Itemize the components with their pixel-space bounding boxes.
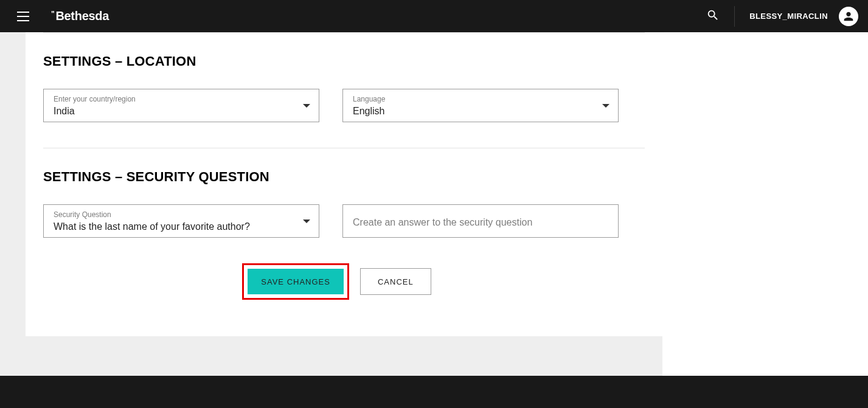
menu-icon[interactable] <box>17 9 32 24</box>
spacer <box>26 336 662 376</box>
avatar[interactable] <box>839 7 858 26</box>
security-answer-placeholder: Create an answer to the security questio… <box>353 216 608 229</box>
content-column: SETTINGS – LOCATION Enter your country/r… <box>0 32 662 376</box>
country-select[interactable]: Enter your country/region India <box>43 89 319 122</box>
page-body: SETTINGS – LOCATION Enter your country/r… <box>0 32 868 376</box>
security-question-select[interactable]: Security Question What is the last name … <box>43 204 319 238</box>
chevron-down-icon <box>303 104 310 108</box>
security-question-value: What is the last name of your favorite a… <box>54 220 309 233</box>
chevron-down-icon <box>303 220 310 223</box>
country-value: India <box>54 105 309 118</box>
top-header: " Bethesda BLESSY_MIRACLIN <box>0 0 868 32</box>
search-icon[interactable] <box>706 9 720 24</box>
save-highlight: SAVE CHANGES <box>242 263 349 300</box>
header-right: BLESSY_MIRACLIN <box>706 6 858 27</box>
header-divider <box>734 6 735 27</box>
logo-text: Bethesda <box>55 9 109 23</box>
security-row: Security Question What is the last name … <box>43 204 645 238</box>
location-row: Enter your country/region India Language… <box>43 89 645 122</box>
language-value: English <box>353 105 608 118</box>
cancel-button[interactable]: CANCEL <box>360 268 431 295</box>
chevron-down-icon <box>602 104 609 108</box>
language-label: Language <box>353 95 608 103</box>
person-icon <box>842 10 855 23</box>
bethesda-logo[interactable]: " Bethesda <box>51 9 109 23</box>
location-section-title: SETTINGS – LOCATION <box>43 33 645 72</box>
settings-card: SETTINGS – LOCATION Enter your country/r… <box>26 32 662 336</box>
footer <box>0 376 868 408</box>
country-label: Enter your country/region <box>54 95 309 103</box>
button-row: SAVE CHANGES CANCEL <box>36 263 637 300</box>
security-section-title: SETTINGS – SECURITY QUESTION <box>43 148 645 187</box>
security-answer-input[interactable]: Create an answer to the security questio… <box>342 204 619 238</box>
security-question-label: Security Question <box>54 210 309 219</box>
right-blank-column <box>662 32 868 376</box>
username-label[interactable]: BLESSY_MIRACLIN <box>749 12 828 21</box>
language-select[interactable]: Language English <box>342 89 619 122</box>
save-button[interactable]: SAVE CHANGES <box>248 269 344 294</box>
